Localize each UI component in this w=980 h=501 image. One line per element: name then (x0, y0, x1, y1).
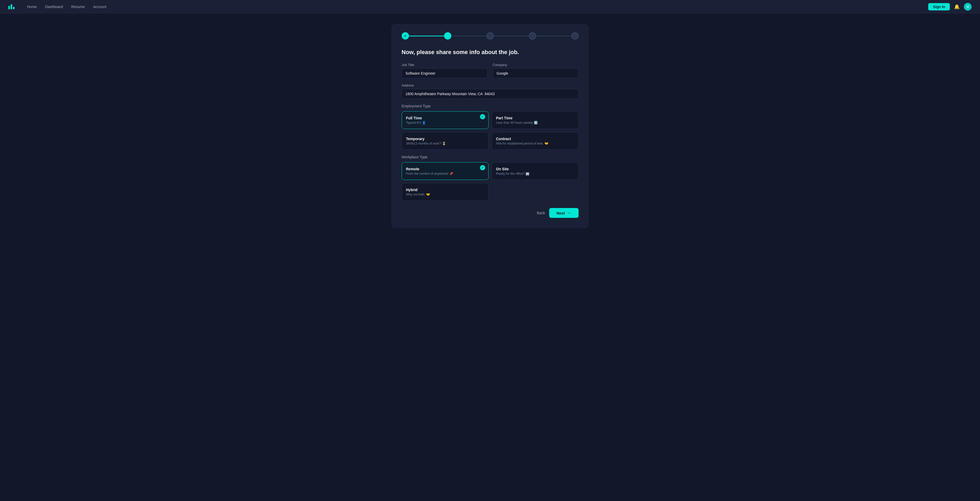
back-button[interactable]: Back (537, 211, 545, 215)
option-desc-contract: Hire for established period of time. 🤝 (496, 142, 574, 145)
workplace-option-on-site[interactable]: On Site Ready for the office? 🏢 (492, 162, 579, 180)
form-card: ✓ Now, please share some info about the … (391, 24, 589, 228)
employment-option-temporary[interactable]: Temporary 3/6/9/12 months of work? ⏳ (402, 132, 488, 150)
workplace-option-hybrid[interactable]: Hybrid Why not both. 🤝 (402, 183, 488, 201)
wp-option-desc-on-site: Ready for the office? 🏢 (496, 172, 574, 176)
step-4 (529, 32, 536, 40)
check-badge-full-time: ✓ (480, 114, 485, 119)
option-title-contract: Contract (496, 137, 574, 141)
option-title-part-time: Part Time (496, 116, 574, 120)
workplace-option-remote[interactable]: Remote From the comfort of anywhere! 📌 ✓ (402, 162, 488, 180)
bell-icon[interactable]: 🔔 (954, 4, 960, 10)
form-actions: Back Next → (402, 208, 579, 218)
option-title-temporary: Temporary (406, 137, 484, 141)
job-title-group: Job Title (402, 63, 488, 78)
employment-option-part-time[interactable]: Part Time Less than 30 hours weekly ℹ️ (492, 111, 579, 129)
nav-account[interactable]: Account (93, 5, 107, 9)
employment-options-grid: Full Time Typical 9-5 👤 ✓ Part Time Less… (402, 111, 579, 150)
nav-right: Sign In 🔔 U (928, 3, 972, 11)
option-desc-part-time: Less than 30 hours weekly ℹ️ (496, 121, 574, 125)
employment-option-full-time[interactable]: Full Time Typical 9-5 👤 ✓ (402, 111, 488, 129)
logo-icon (8, 4, 14, 10)
wp-check-badge-remote: ✓ (480, 165, 485, 170)
wp-option-desc-hybrid: Why not both. 🤝 (406, 193, 484, 196)
wp-option-title-hybrid: Hybrid (406, 188, 484, 192)
next-arrow-icon: → (567, 211, 571, 215)
step-5 (571, 32, 579, 40)
step-1-check: ✓ (404, 34, 407, 38)
row-address: Address (402, 84, 579, 99)
option-desc-temporary: 3/6/9/12 months of work? ⏳ (406, 142, 484, 145)
job-title-input[interactable] (402, 68, 488, 78)
wp-option-desc-remote: From the comfort of anywhere! 📌 (406, 172, 484, 176)
employment-type-label: Employment Type (402, 104, 579, 108)
option-desc-full-time: Typical 9-5 👤 (406, 121, 484, 125)
nav-links: Home Dashboard Resume Account (27, 5, 928, 9)
nav-dashboard[interactable]: Dashboard (45, 5, 63, 9)
wp-option-title-on-site: On Site (496, 167, 574, 171)
address-group: Address (402, 84, 579, 99)
workplace-options-grid: Remote From the comfort of anywhere! 📌 ✓… (402, 162, 579, 201)
job-title-label: Job Title (402, 63, 488, 67)
step-line-3 (494, 36, 529, 36)
company-label: Company (493, 63, 579, 67)
option-title-full-time: Full Time (406, 116, 484, 120)
step-2 (444, 32, 451, 40)
logo-bar-2 (11, 4, 12, 10)
stepper: ✓ (402, 32, 579, 40)
step-line-2 (451, 36, 487, 36)
company-group: Company (493, 63, 579, 78)
step-1: ✓ (402, 32, 409, 40)
sign-in-button[interactable]: Sign In (928, 3, 950, 10)
step-line-4 (536, 36, 571, 36)
logo-bar-3 (13, 7, 14, 10)
row-title-company: Job Title Company (402, 63, 579, 78)
form-title: Now, please share some info about the jo… (402, 49, 579, 55)
logo (8, 4, 14, 10)
next-button[interactable]: Next → (549, 208, 579, 218)
step-line-1 (409, 36, 444, 36)
nav-resume[interactable]: Resume (71, 5, 85, 9)
next-label: Next (557, 211, 565, 215)
navbar: Home Dashboard Resume Account Sign In 🔔 … (0, 0, 980, 14)
logo-bar-1 (8, 6, 10, 10)
company-input[interactable] (493, 68, 579, 78)
avatar[interactable]: U (964, 3, 972, 11)
address-label: Address (402, 84, 579, 87)
main-content: ✓ Now, please share some info about the … (0, 14, 980, 244)
workplace-type-label: Workplace Type (402, 155, 579, 159)
step-3 (487, 32, 494, 40)
employment-option-contract[interactable]: Contract Hire for established period of … (492, 132, 579, 150)
address-input[interactable] (402, 89, 579, 99)
nav-home[interactable]: Home (27, 5, 37, 9)
wp-option-title-remote: Remote (406, 167, 484, 171)
